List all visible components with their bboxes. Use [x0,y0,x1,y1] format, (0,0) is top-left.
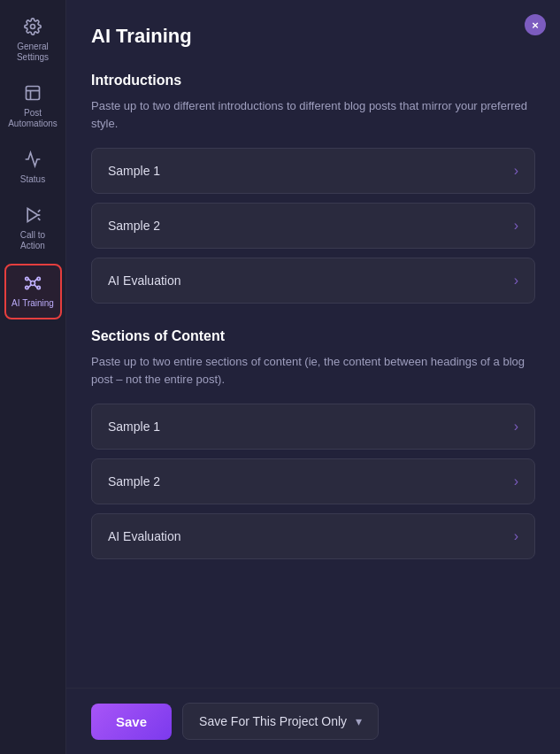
intro-sample2-chevron: › [514,218,518,234]
sections-desc: Paste up to two entire sections of conte… [91,353,535,388]
intro-sample1-label: Sample 1 [108,164,160,178]
sidebar-item-cta-label: Call to Action [9,230,58,251]
introductions-section: Introductions Paste up to two different … [91,73,535,304]
content-ai-evaluation-item[interactable]: AI Evaluation › [91,513,535,559]
svg-point-9 [37,277,40,280]
save-button[interactable]: Save [91,704,172,740]
sidebar-item-post-automations[interactable]: Post Automations [4,75,62,138]
main-panel: × AI Training Introductions Paste up to … [66,0,560,754]
sidebar-item-call-to-action[interactable]: Call to Action [4,197,62,260]
save-project-button[interactable]: Save For This Project Only ▾ [182,703,379,740]
intro-ai-evaluation-item[interactable]: AI Evaluation › [91,258,535,304]
introductions-title: Introductions [91,73,535,88]
content-sample2-label: Sample 2 [108,474,160,489]
introductions-desc: Paste up to two different introductions … [91,97,535,132]
sidebar-item-general-settings[interactable]: General Settings [4,9,62,72]
intro-sample1-item[interactable]: Sample 1 › [91,148,535,194]
content-sample1-item[interactable]: Sample 1 › [91,404,535,450]
svg-point-8 [26,277,28,280]
gear-icon [24,18,42,38]
svg-line-12 [28,279,31,281]
status-icon [24,150,42,171]
svg-line-5 [38,210,41,212]
intro-sample1-chevron: › [514,163,518,179]
intro-ai-evaluation-chevron: › [514,273,518,289]
svg-point-10 [26,286,28,289]
svg-line-6 [38,218,41,220]
svg-line-15 [35,285,37,288]
content-ai-evaluation-label: AI Evaluation [108,529,181,543]
ai-training-icon [24,274,42,295]
sidebar-item-status-label: Status [20,174,45,185]
footer: Save Save For This Project Only ▾ [66,688,560,754]
sidebar-item-post-automations-label: Post Automations [8,108,58,129]
sections-title: Sections of Content [91,328,535,344]
intro-sample2-label: Sample 2 [108,219,160,233]
content-ai-evaluation-chevron: › [514,528,518,544]
sidebar-item-ai-training[interactable]: AI Training [4,264,62,319]
close-button[interactable]: × [525,14,546,35]
sidebar-item-general-settings-label: General Settings [9,42,58,63]
intro-sample2-item[interactable]: Sample 2 › [91,203,535,249]
content-sample1-chevron: › [514,419,518,435]
post-automations-icon [24,84,42,104]
sidebar: General Settings Post Automations Status [0,0,66,754]
sidebar-item-status[interactable]: Status [4,142,62,194]
content-area: × AI Training Introductions Paste up to … [66,0,560,688]
content-sample1-label: Sample 1 [108,419,160,434]
svg-line-14 [28,285,31,288]
svg-line-13 [35,279,37,281]
svg-point-11 [37,286,40,289]
page-title: AI Training [91,25,535,48]
save-project-chevron: ▾ [356,714,362,728]
sidebar-item-ai-training-label: AI Training [12,298,54,309]
content-sample2-item[interactable]: Sample 2 › [91,458,535,504]
intro-ai-evaluation-label: AI Evaluation [108,273,181,288]
call-to-action-icon [24,206,42,227]
svg-point-0 [31,25,35,29]
save-project-label: Save For This Project Only [199,714,347,728]
svg-rect-1 [27,87,40,100]
content-sample2-chevron: › [514,473,518,489]
sections-of-content-section: Sections of Content Paste up to two enti… [91,328,535,559]
